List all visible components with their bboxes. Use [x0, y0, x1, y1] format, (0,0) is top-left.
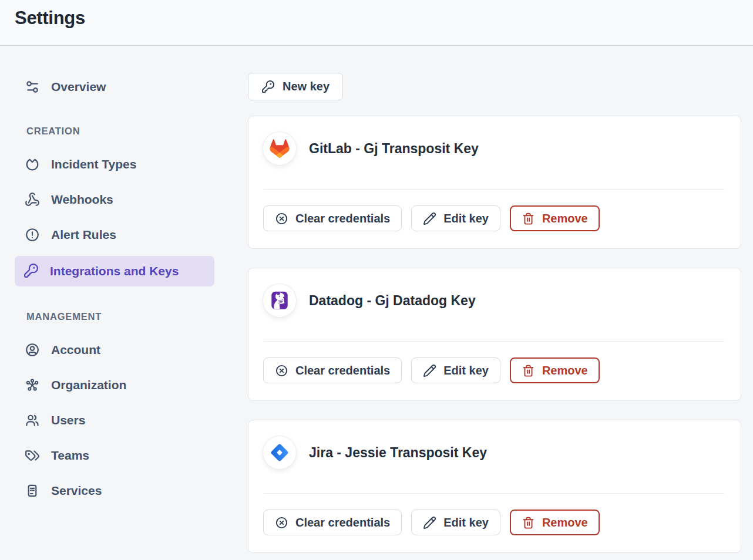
- edit-key-button[interactable]: Edit key: [411, 510, 500, 535]
- page-title: Settings: [15, 8, 753, 29]
- sidebar-item-teams[interactable]: Teams: [15, 441, 248, 470]
- new-key-button[interactable]: New key: [248, 73, 343, 100]
- edit-key-label: Edit key: [443, 212, 489, 225]
- clear-credentials-button[interactable]: Clear credentials: [263, 205, 402, 231]
- circle-x-icon: [275, 212, 288, 225]
- alert-circle-icon: [25, 227, 40, 242]
- trash-icon: [522, 212, 535, 225]
- integration-title: GitLab - Gj Transposit Key: [309, 141, 479, 157]
- clear-credentials-label: Clear credentials: [295, 212, 390, 225]
- sidebar-item-organization[interactable]: Organization: [15, 371, 248, 399]
- clear-credentials-label: Clear credentials: [295, 516, 390, 529]
- edit-key-button[interactable]: Edit key: [411, 205, 500, 231]
- settings-sidebar: Overview CREATION Incident Types Webhook…: [0, 46, 248, 560]
- sidebar-item-label: Services: [51, 484, 102, 498]
- users-icon: [25, 413, 40, 428]
- server-list-icon: [25, 483, 40, 498]
- pencil-icon: [423, 364, 436, 377]
- trash-icon: [522, 364, 535, 377]
- sliders-icon: [25, 79, 40, 95]
- pencil-icon: [423, 516, 436, 529]
- jira-logo: [263, 436, 296, 469]
- sidebar-item-label: Integrations and Keys: [50, 264, 179, 278]
- sidebar-item-label: Organization: [51, 378, 126, 392]
- sidebar-item-webhooks[interactable]: Webhooks: [15, 185, 248, 214]
- sidebar-item-label: Users: [51, 413, 85, 427]
- sidebar-item-label: Teams: [51, 448, 89, 463]
- trash-icon: [522, 516, 535, 529]
- card-header: Jira - Jessie Transposit Key: [263, 436, 724, 469]
- edit-key-label: Edit key: [443, 516, 489, 529]
- edit-key-button[interactable]: Edit key: [411, 357, 500, 383]
- sidebar-item-overview[interactable]: Overview: [15, 73, 248, 101]
- new-key-label: New key: [283, 80, 330, 93]
- integration-title: Datadog - Gj Datadog Key: [309, 293, 476, 309]
- edit-key-label: Edit key: [443, 364, 489, 377]
- gitlab-logo: [263, 132, 296, 165]
- remove-label: Remove: [542, 516, 588, 529]
- integration-card-jira: Jira - Jessie Transposit Key Clear crede…: [248, 420, 741, 553]
- key-icon: [261, 80, 275, 93]
- webhook-icon: [25, 192, 40, 207]
- remove-button[interactable]: Remove: [510, 357, 600, 383]
- card-header: Datadog - Gj Datadog Key: [263, 284, 724, 317]
- clear-credentials-button[interactable]: Clear credentials: [263, 357, 402, 383]
- remove-label: Remove: [542, 212, 588, 225]
- circle-x-icon: [275, 364, 288, 377]
- sidebar-item-users[interactable]: Users: [15, 406, 248, 434]
- sidebar-item-alert-rules[interactable]: Alert Rules: [15, 221, 248, 249]
- integrations-panel: New key GitLab - Gj Transposit Key: [248, 46, 753, 560]
- remove-button[interactable]: Remove: [510, 205, 600, 231]
- pencil-icon: [423, 212, 436, 225]
- clear-credentials-button[interactable]: Clear credentials: [263, 510, 402, 535]
- card-divider: [264, 493, 724, 494]
- sidebar-item-services[interactable]: Services: [15, 477, 248, 505]
- sidebar-section-management: MANAGEMENT: [26, 311, 248, 322]
- sidebar-item-label: Account: [51, 343, 100, 357]
- datadog-logo: [263, 284, 296, 317]
- card-actions: Clear credentials Edit key Remove: [263, 510, 724, 535]
- sidebar-item-integrations-and-keys[interactable]: Integrations and Keys: [15, 256, 214, 286]
- sidebar-item-incident-types[interactable]: Incident Types: [15, 150, 248, 178]
- user-circle-icon: [25, 342, 40, 357]
- sidebar-item-label: Overview: [51, 80, 106, 94]
- card-actions: Clear credentials Edit key Remove: [263, 205, 724, 231]
- tags-icon: [25, 448, 40, 463]
- sidebar-item-label: Webhooks: [51, 193, 113, 207]
- remove-button[interactable]: Remove: [510, 510, 600, 535]
- sidebar-section-creation: CREATION: [26, 126, 248, 137]
- key-icon: [23, 263, 39, 278]
- integration-card-datadog: Datadog - Gj Datadog Key Clear credentia…: [248, 268, 741, 401]
- circle-x-icon: [275, 516, 288, 529]
- page-header: Settings: [0, 0, 753, 46]
- card-actions: Clear credentials Edit key Remove: [263, 357, 724, 383]
- sidebar-item-label: Alert Rules: [51, 228, 116, 242]
- integration-card-gitlab: GitLab - Gj Transposit Key Clear credent…: [248, 116, 741, 249]
- card-header: GitLab - Gj Transposit Key: [263, 132, 724, 165]
- network-icon: [25, 377, 40, 393]
- flame-icon: [25, 157, 40, 172]
- remove-label: Remove: [542, 364, 588, 377]
- integration-title: Jira - Jessie Transposit Key: [309, 445, 487, 461]
- card-divider: [264, 341, 724, 342]
- sidebar-item-label: Incident Types: [51, 157, 136, 171]
- card-divider: [264, 189, 724, 190]
- clear-credentials-label: Clear credentials: [295, 364, 390, 377]
- sidebar-item-account[interactable]: Account: [15, 336, 248, 364]
- layout: Overview CREATION Incident Types Webhook…: [0, 46, 753, 560]
